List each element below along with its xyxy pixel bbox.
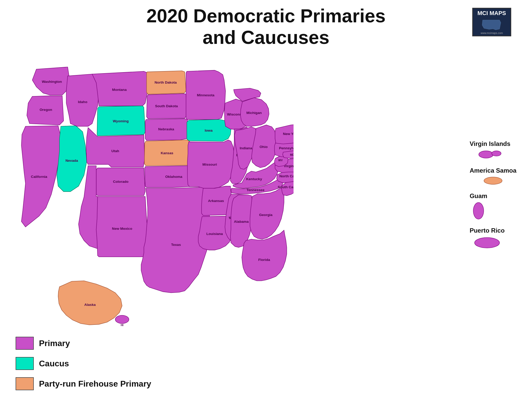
label-michigan: Michigan xyxy=(247,111,262,115)
label-pennsylvania: Pennsylvania xyxy=(279,146,294,150)
territory-puerto-rico: Puerto Rico xyxy=(470,227,505,250)
legend: Primary Caucus Party-run Firehouse Prima… xyxy=(16,337,151,390)
logo-title: MCI MAPS xyxy=(477,10,506,17)
guam-shape xyxy=(471,201,486,220)
svg-point-3 xyxy=(484,177,502,184)
title-line2: and Caucuses xyxy=(0,27,532,48)
legend-box-primary xyxy=(16,337,34,350)
label-texas: Texas xyxy=(171,243,181,247)
svg-point-1 xyxy=(479,151,493,158)
territory-guam: Guam xyxy=(470,192,487,220)
svg-point-4 xyxy=(473,203,484,219)
label-wyoming: Wyoming xyxy=(113,119,129,123)
label-idaho: Idaho xyxy=(78,100,87,104)
label-hawaii: HI xyxy=(121,324,124,327)
label-tennessee: Tennessee xyxy=(247,188,265,192)
svg-point-5 xyxy=(475,238,500,248)
label-kentucky: Kentucky xyxy=(246,177,262,181)
mci-logo: MCI MAPS www.mcimaps.com xyxy=(472,8,511,36)
label-indiana: Indiana xyxy=(240,146,252,150)
territory-label-guam: Guam xyxy=(470,192,487,200)
label-oregon: Oregon xyxy=(39,108,52,112)
legend-caucus: Caucus xyxy=(16,357,151,370)
label-washington: Washington xyxy=(42,80,62,84)
page-title: 2020 Democratic Primaries and Caucuses xyxy=(0,0,532,48)
legend-label-caucus: Caucus xyxy=(39,359,69,368)
label-oklahoma: Oklahoma xyxy=(165,175,182,179)
territories-container: Virgin Islands America Samoa Guam Puerto… xyxy=(470,140,516,252)
label-nevada: Nevada xyxy=(65,159,78,163)
label-alaska: Alaska xyxy=(84,303,96,307)
label-md: MD xyxy=(290,153,294,156)
label-minnesota: Minnesota xyxy=(197,93,215,97)
puerto-rico-shape xyxy=(473,235,501,250)
territory-virgin-islands: Virgin Islands xyxy=(470,140,510,160)
label-kansas: Kansas xyxy=(161,151,174,155)
label-south-carolina: South Carolina xyxy=(278,185,294,189)
label-utah: Utah xyxy=(111,149,119,153)
map-container: .primary { fill: #c84fc8; stroke: #7a007… xyxy=(8,55,294,353)
legend-label-primary: Primary xyxy=(39,339,70,348)
legend-primary: Primary xyxy=(16,337,151,350)
territory-label-virgin-islands: Virgin Islands xyxy=(470,140,510,147)
label-south-dakota: South Dakota xyxy=(155,104,178,108)
label-north-dakota: North Dakota xyxy=(155,80,177,84)
label-arkansas: Arkansas xyxy=(208,199,224,203)
territory-american-samoa: America Samoa xyxy=(470,167,516,186)
label-iowa: Iowa xyxy=(205,129,213,132)
label-florida: Florida xyxy=(258,258,270,262)
logo-map-icon xyxy=(480,17,503,32)
label-new-mexico: New Mexico xyxy=(112,227,132,231)
us-map: .primary { fill: #c84fc8; stroke: #7a007… xyxy=(8,55,294,353)
svg-point-2 xyxy=(492,151,501,156)
state-hawaii xyxy=(115,315,129,324)
territory-label-american-samoa: America Samoa xyxy=(470,167,516,174)
label-missouri: Missouri xyxy=(202,163,217,166)
label-colorado: Colorado xyxy=(113,180,129,184)
title-line1: 2020 Democratic Primaries xyxy=(0,5,532,27)
label-alabama: Alabama xyxy=(234,220,249,224)
label-new-york: New York xyxy=(283,132,294,136)
legend-box-firehouse xyxy=(16,377,34,390)
logo-url: www.mcimaps.com xyxy=(481,32,503,35)
legend-box-caucus xyxy=(16,357,34,370)
label-ohio: Ohio xyxy=(260,145,268,149)
label-north-carolina: North Carolina xyxy=(279,174,294,178)
label-louisiana: Louisiana xyxy=(206,232,223,236)
label-nebraska: Nebraska xyxy=(158,127,174,131)
label-georgia: Georgia xyxy=(259,213,272,217)
label-montana: Montana xyxy=(112,88,127,92)
legend-firehouse: Party-run Firehouse Primary xyxy=(16,377,151,390)
label-wv: WV xyxy=(278,159,283,162)
label-california: California xyxy=(31,175,47,179)
virgin-islands-shape xyxy=(477,149,503,160)
american-samoa-shape xyxy=(481,176,505,186)
territory-label-puerto-rico: Puerto Rico xyxy=(470,227,505,234)
legend-label-firehouse: Party-run Firehouse Primary xyxy=(39,379,151,389)
